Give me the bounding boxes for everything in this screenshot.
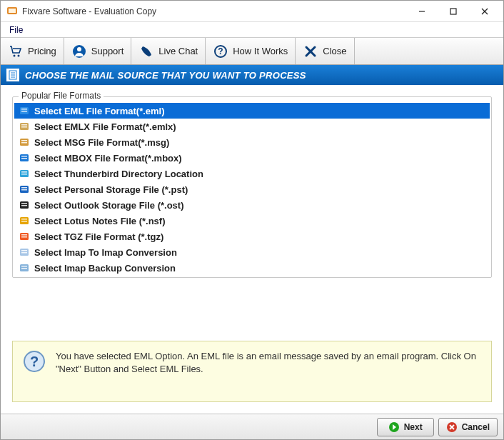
cancel-button[interactable]: Cancel xyxy=(438,418,498,436)
format-item[interactable]: Select Personal Storage File (*.pst) xyxy=(14,181,490,197)
menu-file[interactable]: File xyxy=(5,24,27,36)
svg-text:?: ? xyxy=(30,354,39,369)
format-item-label: Select Lotus Notes File (*.nsf) xyxy=(34,216,165,226)
howitworks-label: How It Works xyxy=(233,46,288,56)
footer: Next Cancel xyxy=(1,414,503,439)
svg-rect-44 xyxy=(21,236,27,238)
window-title: Fixvare Software - Evaluation Copy xyxy=(22,6,406,16)
format-item[interactable]: Select EML File Format(*.eml) xyxy=(14,103,490,119)
svg-rect-32 xyxy=(21,174,27,175)
svg-point-9 xyxy=(77,47,81,51)
phone-icon xyxy=(138,44,154,59)
cancel-label: Cancel xyxy=(462,422,490,432)
emlx-icon xyxy=(19,121,30,132)
svg-rect-46 xyxy=(21,250,27,251)
svg-rect-50 xyxy=(21,268,27,269)
livechat-button[interactable]: Live Chat xyxy=(131,38,206,64)
nsf-icon xyxy=(19,215,30,226)
svg-rect-28 xyxy=(21,156,27,157)
app-icon xyxy=(6,6,18,17)
svg-rect-19 xyxy=(21,109,27,110)
format-item[interactable]: Select MBOX File Format(*.mbox) xyxy=(14,150,490,166)
minimize-button[interactable] xyxy=(406,1,438,21)
ost-icon xyxy=(19,199,30,211)
format-item[interactable]: Select EMLX File Format(*.emlx) xyxy=(14,119,490,134)
svg-rect-35 xyxy=(21,189,27,191)
info-text: You have selected EML Option. An EML fil… xyxy=(56,350,481,375)
svg-rect-23 xyxy=(21,126,27,128)
section-header: CHOOSE THE MAIL SOURCE THAT YOU WANT TO … xyxy=(1,65,503,85)
howitworks-button[interactable]: ? How It Works xyxy=(206,38,296,64)
svg-rect-1 xyxy=(9,9,16,13)
svg-point-6 xyxy=(14,54,16,56)
pricing-button[interactable]: Pricing xyxy=(1,38,64,64)
formats-legend: Popular File Formats xyxy=(19,91,104,101)
toolbar: Pricing Support Live Chat ? How It Works… xyxy=(1,38,503,65)
format-list: Select EML File Format(*.eml)Select EMLX… xyxy=(14,103,490,276)
support-icon xyxy=(71,44,87,59)
close-label: Close xyxy=(323,46,346,56)
format-item[interactable]: Select MSG File Format(*.msg) xyxy=(14,134,490,150)
support-button[interactable]: Support xyxy=(64,38,132,64)
next-arrow-icon xyxy=(388,421,400,433)
svg-rect-26 xyxy=(21,142,27,144)
info-panel: ? You have selected EML Option. An EML f… xyxy=(12,341,492,402)
close-button[interactable]: Close xyxy=(296,38,354,64)
tgz-icon xyxy=(19,231,30,242)
svg-point-7 xyxy=(18,54,20,56)
svg-rect-3 xyxy=(450,9,456,14)
msg-icon xyxy=(19,136,30,148)
window-titlebar: Fixvare Software - Evaluation Copy xyxy=(1,1,503,22)
document-icon xyxy=(6,69,19,81)
svg-rect-25 xyxy=(21,140,27,141)
imap-icon xyxy=(19,246,30,258)
format-item-label: Select Imap To Imap Conversion xyxy=(34,247,177,258)
format-item-label: Select Thunderbird Directory Location xyxy=(34,169,203,179)
format-item[interactable]: Select Imap Backup Conversion xyxy=(14,260,490,276)
svg-rect-22 xyxy=(21,124,27,126)
format-item-label: Select EMLX File Format(*.emlx) xyxy=(34,121,176,132)
next-button[interactable]: Next xyxy=(377,418,434,436)
livechat-label: Live Chat xyxy=(158,46,198,56)
close-icon xyxy=(303,44,318,59)
format-item[interactable]: Select Imap To Imap Conversion xyxy=(14,244,490,260)
svg-rect-49 xyxy=(21,266,27,267)
svg-rect-43 xyxy=(21,234,27,236)
svg-rect-29 xyxy=(21,158,27,159)
format-item[interactable]: Select Outlook Storage File (*.ost) xyxy=(14,197,490,213)
cart-icon xyxy=(8,44,24,59)
support-label: Support xyxy=(91,46,124,56)
close-window-button[interactable] xyxy=(469,1,500,21)
info-question-icon: ? xyxy=(23,350,46,373)
content-area: Popular File Formats Select EML File For… xyxy=(1,85,503,414)
thunderbird-icon xyxy=(19,168,30,179)
svg-text:?: ? xyxy=(218,46,223,56)
format-item[interactable]: Select Thunderbird Directory Location xyxy=(14,166,490,181)
format-item-label: Select Imap Backup Conversion xyxy=(34,263,176,274)
pst-icon xyxy=(19,184,30,195)
svg-rect-41 xyxy=(21,221,27,222)
format-item-label: Select Personal Storage File (*.pst) xyxy=(34,184,188,195)
eml-icon xyxy=(19,105,30,116)
svg-rect-34 xyxy=(21,187,27,189)
svg-rect-40 xyxy=(21,219,27,220)
svg-rect-47 xyxy=(21,252,27,254)
mbox-icon xyxy=(19,152,30,164)
imap-backup-icon xyxy=(19,262,30,274)
svg-rect-31 xyxy=(21,171,27,173)
format-item-label: Select EML File Format(*.eml) xyxy=(34,106,165,116)
formats-groupbox: Popular File Formats Select EML File For… xyxy=(12,96,492,278)
maximize-button[interactable] xyxy=(438,1,469,21)
format-item-label: Select Outlook Storage File (*.ost) xyxy=(34,200,183,211)
section-header-text: CHOOSE THE MAIL SOURCE THAT YOU WANT TO … xyxy=(25,70,306,81)
format-item[interactable]: Select TGZ File Format (*.tgz) xyxy=(14,229,490,244)
svg-rect-20 xyxy=(21,111,27,112)
pricing-label: Pricing xyxy=(28,46,56,56)
next-label: Next xyxy=(404,422,423,432)
menubar: File xyxy=(1,22,503,38)
format-item[interactable]: Select Lotus Notes File (*.nsf) xyxy=(14,213,490,229)
format-item-label: Select MSG File Format(*.msg) xyxy=(34,137,169,148)
svg-rect-37 xyxy=(21,203,27,204)
svg-rect-38 xyxy=(21,205,27,206)
format-item-label: Select MBOX File Format(*.mbox) xyxy=(34,153,182,164)
